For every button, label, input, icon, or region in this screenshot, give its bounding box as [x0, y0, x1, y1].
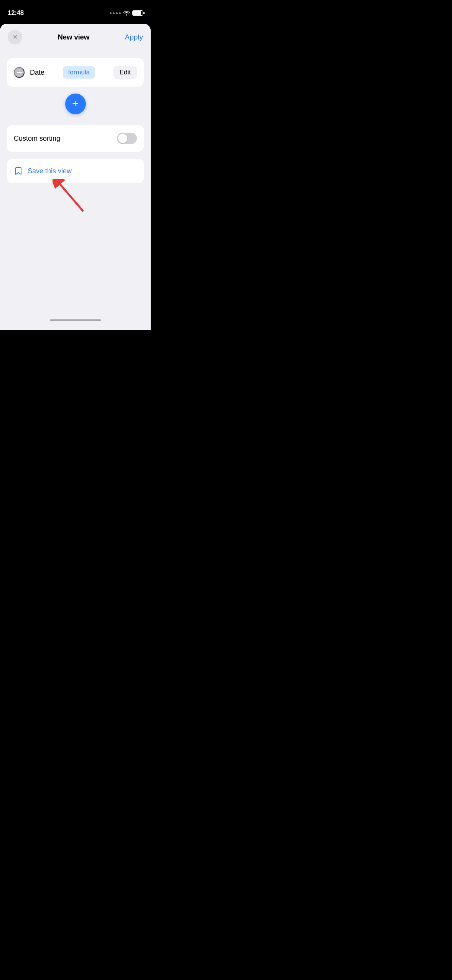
close-button[interactable]: ✕: [8, 30, 22, 44]
date-row-card: Date formula Edit: [7, 58, 144, 87]
svg-line-1: [60, 184, 83, 211]
save-view-label: Save this view: [28, 167, 72, 175]
header: ✕ New view Apply: [0, 24, 151, 51]
content-area: Date formula Edit + Custom sorting Save …: [0, 51, 151, 221]
page-title: New view: [58, 33, 89, 41]
custom-sorting-label: Custom sorting: [14, 135, 60, 143]
wifi-icon: [123, 10, 130, 16]
edit-button[interactable]: Edit: [113, 66, 137, 79]
arrow-annotation: [7, 186, 144, 221]
red-arrow: [53, 179, 91, 213]
date-label: Date: [30, 69, 44, 77]
status-bar: 12:48: [0, 0, 151, 21]
home-indicator: [50, 319, 101, 321]
toggle-knob: [118, 134, 127, 143]
apply-button[interactable]: Apply: [125, 33, 143, 41]
custom-sorting-toggle[interactable]: [117, 133, 137, 144]
plus-icon: +: [72, 98, 78, 109]
date-left: Date: [14, 67, 44, 78]
status-icons: [110, 10, 143, 16]
close-icon: ✕: [13, 34, 18, 40]
status-time: 12:48: [8, 9, 24, 17]
battery-icon: [132, 10, 143, 16]
bookmark-icon: [14, 166, 23, 176]
formula-badge[interactable]: formula: [63, 66, 95, 79]
signal-icon: [110, 12, 121, 14]
minus-icon: [17, 72, 22, 73]
bottom-area: [0, 319, 151, 330]
custom-sorting-card: Custom sorting: [7, 125, 144, 152]
add-button-container: +: [7, 94, 144, 114]
main-sheet: ✕ New view Apply Date formula Edit + Cus…: [0, 24, 151, 330]
remove-date-button[interactable]: [14, 67, 25, 78]
add-field-button[interactable]: +: [65, 94, 86, 114]
